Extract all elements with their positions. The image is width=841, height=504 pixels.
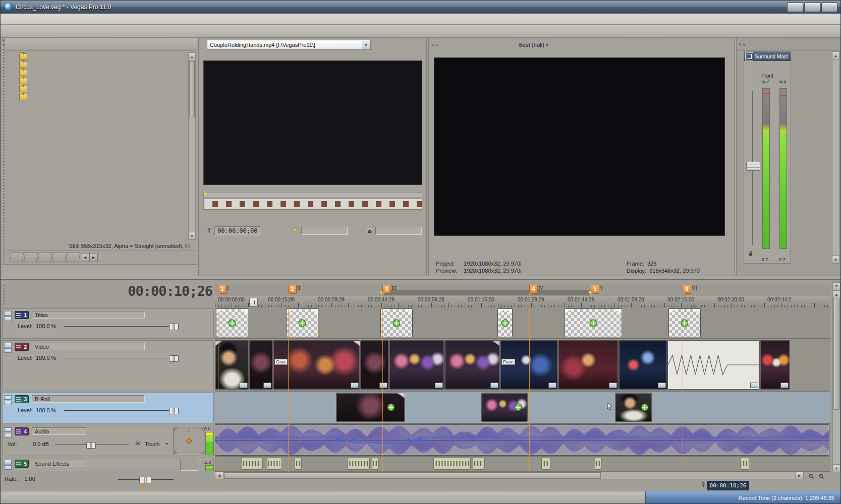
undefined-button[interactable] — [207, 25, 220, 37]
timeline-cursor-handle[interactable] — [249, 298, 258, 306]
video-event[interactable] — [760, 340, 790, 390]
undefined-button[interactable] — [768, 62, 778, 72]
undefined-button[interactable] — [167, 310, 177, 319]
undefined-button[interactable] — [564, 40, 574, 50]
trimmer-clip-selector[interactable]: CoupleHoldingHands.mp4 [I:\VegasPro11\] … — [207, 40, 371, 50]
media-item[interactable] — [139, 56, 188, 103]
close-icon[interactable]: ✕ — [738, 42, 742, 47]
mixer-scrollbar[interactable]: ▲ ▼ — [832, 51, 839, 264]
sfx-event[interactable] — [595, 458, 602, 470]
undefined-button[interactable] — [166, 25, 179, 37]
scroll-left-icon[interactable]: ◀ — [215, 472, 223, 479]
undefined-button[interactable] — [153, 25, 165, 37]
undefined-button[interactable] — [250, 480, 263, 491]
chevron-down-icon[interactable]: ▼ — [545, 43, 549, 47]
timeline-marker[interactable]: 5 — [591, 285, 599, 294]
undefined-button[interactable] — [147, 395, 157, 403]
video-event[interactable]: Grac — [273, 340, 360, 390]
broll-event[interactable] — [481, 393, 528, 422]
undefined-button[interactable] — [495, 40, 506, 50]
undefined-button[interactable] — [197, 310, 207, 319]
undefined-button[interactable] — [291, 480, 304, 491]
undefined-button[interactable] — [142, 427, 153, 435]
timeline-marker[interactable]: 3 — [382, 285, 391, 294]
tab-scroll-right-icon[interactable]: ▶ — [89, 253, 98, 262]
magplus-button[interactable] — [816, 472, 826, 482]
track-row-broll[interactable] — [215, 392, 830, 424]
undefined-button[interactable] — [560, 237, 573, 248]
track-name-field[interactable]: Audio — [32, 427, 86, 435]
undefined-button[interactable] — [221, 25, 234, 37]
undefined-button[interactable] — [187, 342, 197, 351]
undefined-button[interactable] — [135, 39, 145, 49]
sfx-event[interactable] — [541, 458, 550, 470]
cursor-timecode[interactable]: 00:00:10;26 — [707, 481, 749, 490]
media-item[interactable] — [139, 103, 188, 149]
video-event[interactable] — [444, 340, 500, 390]
track-header-titles[interactable]: 1 Titles Level: 100.0 % — [2, 308, 214, 339]
track-minimize-buttons[interactable] — [4, 460, 12, 471]
timeline-marker[interactable]: 2 — [288, 285, 297, 294]
event-fx-icon[interactable] — [351, 383, 359, 388]
undefined-button[interactable] — [575, 40, 585, 50]
undefined-button[interactable] — [484, 40, 494, 50]
timeline-marker[interactable]: 4 — [529, 285, 538, 294]
undefined-button[interactable] — [89, 459, 100, 468]
undefined-button[interactable] — [332, 480, 345, 491]
event-fx-icon[interactable] — [750, 383, 758, 388]
undefined-button[interactable] — [167, 342, 177, 351]
undefined-button[interactable] — [382, 40, 393, 50]
undefined-button[interactable] — [371, 212, 383, 223]
undefined-button[interactable] — [13, 39, 23, 49]
chevron-down-icon[interactable]: ▼ — [165, 442, 169, 446]
undefined-button[interactable] — [121, 459, 132, 468]
undefined-button[interactable] — [830, 39, 840, 49]
timeline-vscrollbar[interactable]: ⚑ ▲ ▼ — [832, 282, 840, 472]
undefined-button[interactable] — [473, 40, 483, 50]
undefined-button[interactable] — [177, 342, 187, 351]
undefined-button[interactable] — [384, 25, 397, 37]
undefined-button[interactable] — [100, 459, 110, 468]
scroll-up-icon[interactable]: ▲ — [833, 290, 840, 298]
undefined-button[interactable] — [153, 427, 163, 435]
undefined-button[interactable] — [157, 395, 167, 403]
undefined-button[interactable] — [275, 212, 288, 223]
undefined-button[interactable] — [601, 237, 613, 248]
undefined-button[interactable] — [804, 3, 820, 12]
meter-left[interactable] — [762, 88, 770, 249]
event-fx-icon[interactable] — [658, 383, 666, 388]
undefined-button[interactable] — [275, 25, 288, 37]
undefined-button[interactable] — [126, 25, 138, 37]
tree-item[interactable] — [12, 85, 89, 93]
title-event[interactable] — [565, 308, 622, 337]
undefined-button[interactable] — [180, 406, 190, 415]
undefined-button[interactable] — [110, 427, 121, 435]
undefined-button[interactable] — [746, 62, 756, 72]
undefined-button[interactable] — [58, 25, 70, 37]
undefined-button[interactable] — [451, 40, 461, 50]
video-event[interactable] — [558, 340, 619, 390]
undefined-button[interactable] — [132, 427, 142, 435]
video-event[interactable] — [215, 340, 249, 390]
event-fx-icon[interactable] — [240, 383, 248, 388]
undefined-button[interactable] — [146, 39, 156, 49]
video-event[interactable] — [619, 340, 667, 390]
undefined-button[interactable] — [121, 427, 132, 435]
undefined-button[interactable] — [305, 480, 317, 491]
undefined-button[interactable] — [147, 342, 157, 351]
undefined-button[interactable] — [357, 212, 370, 223]
undefined-button[interactable] — [346, 480, 358, 491]
undefined-button[interactable] — [405, 40, 415, 50]
automation-mode-value[interactable]: Touch — [145, 441, 159, 447]
undefined-button[interactable] — [180, 354, 190, 362]
undefined-button[interactable] — [384, 212, 397, 223]
undefined-button[interactable] — [153, 459, 163, 468]
undefined-button[interactable] — [628, 237, 641, 248]
undefined-button[interactable] — [197, 395, 207, 403]
collapse-icon[interactable]: ◂ — [2, 43, 4, 47]
track-header-broll[interactable]: 3 B-Roll Level: 100.0 % — [2, 393, 214, 423]
undefined-button[interactable] — [79, 39, 89, 49]
undefined-button[interactable] — [132, 459, 142, 468]
title-event[interactable] — [286, 308, 318, 337]
undefined-button[interactable] — [157, 310, 167, 319]
